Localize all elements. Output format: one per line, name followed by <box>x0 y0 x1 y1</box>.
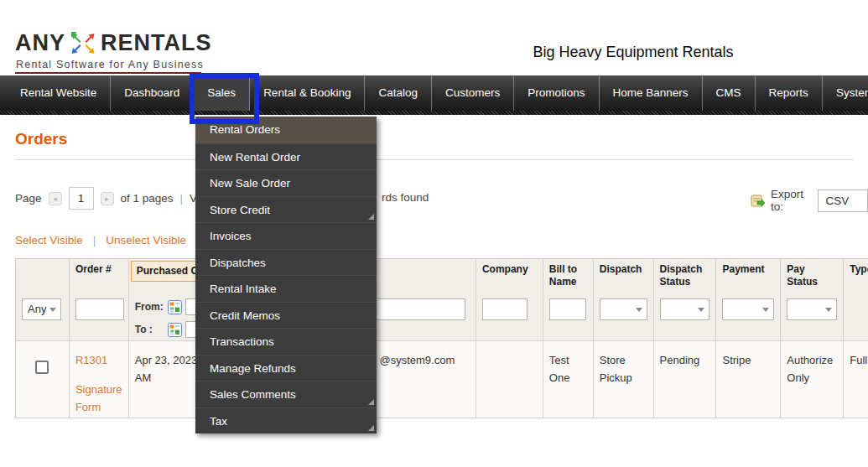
header-dispatch[interactable]: Dispatch <box>594 259 654 290</box>
dispatch-filter-select[interactable] <box>600 298 647 320</box>
filter-mass-select: Any <box>16 290 70 340</box>
records-found-text: rds found <box>382 191 429 204</box>
chevron-down-icon <box>49 308 56 312</box>
filter-bill-to-name <box>543 290 594 340</box>
filter-payment <box>716 290 781 340</box>
unselect-visible-link[interactable]: Unselect Visible <box>106 234 186 246</box>
export-icon <box>751 194 765 208</box>
menu-item-store-credit[interactable]: Store Credit <box>195 196 377 223</box>
nav-item-dashboard[interactable]: Dashboard <box>111 75 194 111</box>
pager-next-button[interactable]: ▸ <box>101 192 114 205</box>
row-checkbox-cell <box>16 341 70 418</box>
date-from-label: From: <box>135 301 165 313</box>
pager-separator: | <box>180 192 184 205</box>
nav-item-rental-booking[interactable]: Rental & Booking <box>250 75 365 111</box>
export-format-select[interactable]: CSV <box>818 189 868 212</box>
nav-item-cms[interactable]: CMS <box>703 75 756 111</box>
header-company[interactable]: Company <box>476 259 543 290</box>
select-visible-link[interactable]: Select Visible <box>15 234 83 246</box>
chevron-down-icon <box>636 308 642 312</box>
filter-dispatch <box>594 290 654 340</box>
header-checkbox <box>16 259 70 290</box>
menu-item-transactions[interactable]: Transactions <box>195 328 377 355</box>
order-id-link[interactable]: R1301 <box>75 352 122 370</box>
grid-filter-row: Any From: <box>16 290 868 340</box>
menu-item-tax[interactable]: Tax <box>195 407 377 434</box>
calendar-icon[interactable] <box>168 300 182 314</box>
sales-dropdown-menu: Rental Orders New Rental Order New Sale … <box>195 117 377 433</box>
row-bill-to-name-cell: Test One <box>543 341 594 418</box>
row-type-cell: Full Payment <box>844 341 868 418</box>
row-company-cell <box>476 341 543 418</box>
admin-screen: ANY RENTALS Rental Software for Any Busi… <box>0 0 868 467</box>
nav-item-catalog[interactable]: Catalog <box>365 75 432 111</box>
menu-item-invoices[interactable]: Invoices <box>195 222 377 249</box>
export-group: Export to: CSV <box>751 188 868 213</box>
pager-total-text: of 1 pages <box>121 192 174 205</box>
row-payment-cell: Stripe <box>716 341 781 418</box>
selection-separator-1: | <box>93 234 96 246</box>
filter-order-number <box>70 290 129 340</box>
row-checkbox[interactable] <box>35 361 49 374</box>
menu-item-dispatches[interactable]: Dispatches <box>195 249 377 276</box>
row-order-cell: R1301 Signature Form <box>70 341 129 418</box>
header-bill-to-name[interactable]: Bill to Name <box>543 259 594 290</box>
title-divider <box>15 159 853 160</box>
signature-form-link[interactable]: Signature Form <box>75 381 122 417</box>
date-to-label: To : <box>135 324 165 335</box>
menu-item-new-rental-order[interactable]: New Rental Order <box>195 143 377 170</box>
dispatch-status-filter-select[interactable] <box>660 298 710 320</box>
logo-text-any: ANY <box>15 30 65 56</box>
header-payment[interactable]: Payment <box>716 259 781 290</box>
payment-filter-select[interactable] <box>722 298 774 320</box>
pay-status-filter-select[interactable] <box>787 298 837 320</box>
grid-header-row: Order # Purchased On Company Bill to Nam… <box>16 259 868 290</box>
chevron-down-icon <box>698 308 704 312</box>
pager-prev-button[interactable]: ◂ <box>49 192 62 205</box>
mass-select-dropdown[interactable]: Any <box>22 298 61 320</box>
nav-item-sales[interactable]: Sales <box>194 75 250 111</box>
header-pay-status[interactable]: Pay Status <box>781 259 844 290</box>
row-dispatch-status-cell: Pending <box>654 341 717 418</box>
order-table-row[interactable]: R1301 Signature Form Apr 23, 2023 11:26:… <box>16 340 868 418</box>
menu-item-sales-comments[interactable]: Sales Comments <box>195 381 377 407</box>
filter-dispatch-status <box>654 290 717 340</box>
header-dispatch-status[interactable]: Dispatch Status <box>654 259 717 290</box>
menu-item-rental-intake[interactable]: Rental Intake <box>195 275 377 302</box>
logo-text-rentals: RENTALS <box>101 30 212 56</box>
filter-pay-status <box>781 290 844 340</box>
menu-item-rental-orders[interactable]: Rental Orders <box>195 117 377 143</box>
pager-toolbar: Page ◂ ▸ of 1 pages | View <box>15 187 214 210</box>
order-number-filter-input[interactable] <box>75 298 124 320</box>
page-title: Orders <box>15 130 67 148</box>
tagline-underline <box>15 72 201 74</box>
store-title: Big Heavy Equipment Rentals <box>470 44 797 61</box>
logo-arrows-icon <box>70 31 96 56</box>
menu-item-new-sale-order[interactable]: New Sale Order <box>195 169 377 196</box>
nav-item-system[interactable]: System <box>823 75 868 111</box>
orders-grid: Order # Purchased On Company Bill to Nam… <box>15 258 868 418</box>
app-logo[interactable]: ANY RENTALS <box>15 30 212 56</box>
filter-company <box>476 290 543 340</box>
chevron-down-icon <box>825 308 832 312</box>
company-filter-input[interactable] <box>482 298 528 320</box>
menu-item-credit-memos[interactable]: Credit Memos <box>195 302 377 329</box>
export-label: Export to: <box>771 188 812 213</box>
nav-item-promotions[interactable]: Promotions <box>514 75 599 111</box>
navbar-texture <box>0 111 868 115</box>
nav-item-customers[interactable]: Customers <box>432 75 514 111</box>
header-order-number[interactable]: Order # <box>70 259 129 290</box>
menu-item-manage-refunds[interactable]: Manage Refunds <box>195 355 377 381</box>
logo-tagline: Rental Software for Any Business <box>16 59 204 70</box>
bill-to-name-filter-input[interactable] <box>549 298 586 320</box>
selection-links: Select Visible | Unselect Visible | 0 <box>15 234 216 246</box>
filter-type <box>844 290 868 340</box>
nav-item-rental-website[interactable]: Rental Website <box>7 75 111 111</box>
mass-select-value: Any <box>28 303 46 315</box>
main-navbar: Rental Website Dashboard Sales Rental & … <box>0 75 868 115</box>
nav-item-reports[interactable]: Reports <box>756 75 823 111</box>
nav-item-home-banners[interactable]: Home Banners <box>600 75 703 111</box>
calendar-icon[interactable] <box>168 323 182 337</box>
page-number-input[interactable] <box>69 187 94 210</box>
header-type[interactable]: Type <box>844 259 868 290</box>
